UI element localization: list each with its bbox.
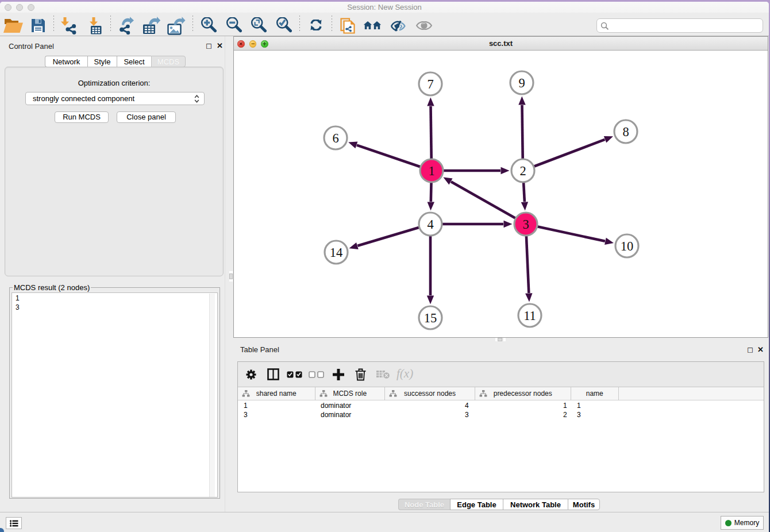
svg-text:15: 15 (424, 311, 437, 325)
svg-text:1: 1 (428, 164, 434, 178)
svg-text:14: 14 (330, 245, 343, 260)
svg-text:6: 6 (332, 131, 338, 145)
svg-text:10: 10 (621, 239, 634, 253)
svg-text:3: 3 (522, 217, 529, 232)
svg-text:7: 7 (427, 77, 433, 91)
svg-text:9: 9 (518, 76, 525, 90)
svg-text:8: 8 (622, 125, 629, 139)
svg-text:11: 11 (523, 309, 536, 323)
svg-text:4: 4 (427, 217, 433, 232)
svg-text:2: 2 (519, 164, 526, 178)
